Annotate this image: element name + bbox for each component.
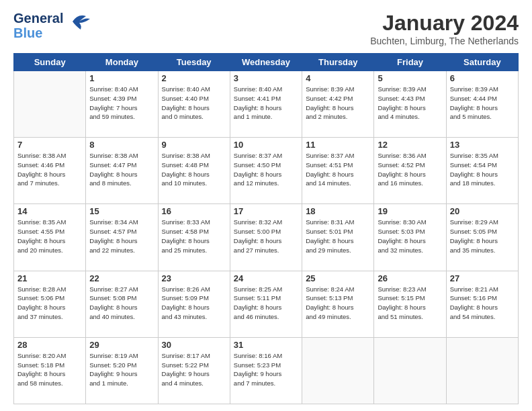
day-number: 1 <box>89 73 154 83</box>
calendar-cell: 19Sunrise: 8:30 AMSunset: 5:03 PMDayligh… <box>374 204 446 271</box>
day-info: Sunrise: 8:36 AMSunset: 4:52 PMDaylight:… <box>378 151 442 188</box>
day-number: 10 <box>234 140 298 150</box>
day-info: Sunrise: 8:35 AMSunset: 4:54 PMDaylight:… <box>450 151 515 188</box>
calendar-cell: 14Sunrise: 8:35 AMSunset: 4:55 PMDayligh… <box>14 204 86 271</box>
calendar-cell <box>302 337 374 404</box>
day-info: Sunrise: 8:35 AMSunset: 4:55 PMDaylight:… <box>17 218 82 255</box>
day-number: 21 <box>17 273 82 283</box>
day-info: Sunrise: 8:30 AMSunset: 5:03 PMDaylight:… <box>378 218 442 255</box>
day-info: Sunrise: 8:27 AMSunset: 5:08 PMDaylight:… <box>89 285 154 322</box>
calendar-cell: 3Sunrise: 8:40 AMSunset: 4:41 PMDaylight… <box>230 71 302 138</box>
calendar-cell: 2Sunrise: 8:40 AMSunset: 4:40 PMDaylight… <box>158 71 230 138</box>
week-row-3: 14Sunrise: 8:35 AMSunset: 4:55 PMDayligh… <box>14 204 519 271</box>
day-info: Sunrise: 8:31 AMSunset: 5:01 PMDaylight:… <box>306 218 370 255</box>
day-info: Sunrise: 8:16 AMSunset: 5:23 PMDaylight:… <box>234 351 298 388</box>
day-info: Sunrise: 8:40 AMSunset: 4:40 PMDaylight:… <box>162 85 226 122</box>
day-info: Sunrise: 8:38 AMSunset: 4:47 PMDaylight:… <box>89 151 154 188</box>
day-number: 23 <box>162 273 226 283</box>
header: General Blue January 2024 Buchten, Limbu… <box>13 11 519 46</box>
day-info: Sunrise: 8:26 AMSunset: 5:09 PMDaylight:… <box>162 285 226 322</box>
day-number: 2 <box>162 73 226 83</box>
calendar-cell: 17Sunrise: 8:32 AMSunset: 5:00 PMDayligh… <box>230 204 302 271</box>
day-info: Sunrise: 8:20 AMSunset: 5:18 PMDaylight:… <box>17 351 82 388</box>
weekday-header-wednesday: Wednesday <box>230 54 302 71</box>
day-number: 28 <box>17 340 82 350</box>
day-info: Sunrise: 8:29 AMSunset: 5:05 PMDaylight:… <box>450 218 515 255</box>
day-number: 15 <box>89 206 154 216</box>
calendar-cell: 25Sunrise: 8:24 AMSunset: 5:13 PMDayligh… <box>302 271 374 337</box>
calendar-cell <box>374 337 446 404</box>
calendar-cell: 18Sunrise: 8:31 AMSunset: 5:01 PMDayligh… <box>302 204 374 271</box>
day-number: 9 <box>162 140 226 150</box>
calendar-cell: 24Sunrise: 8:25 AMSunset: 5:11 PMDayligh… <box>230 271 302 337</box>
calendar-cell: 26Sunrise: 8:23 AMSunset: 5:15 PMDayligh… <box>374 271 446 337</box>
title-area: January 2024 Buchten, Limburg, The Nethe… <box>370 11 519 46</box>
day-number: 4 <box>306 73 370 83</box>
calendar-cell: 23Sunrise: 8:26 AMSunset: 5:09 PMDayligh… <box>158 271 230 337</box>
calendar-table: SundayMondayTuesdayWednesdayThursdayFrid… <box>13 53 519 404</box>
day-number: 6 <box>450 73 515 83</box>
day-number: 22 <box>89 273 154 283</box>
calendar-cell: 11Sunrise: 8:37 AMSunset: 4:51 PMDayligh… <box>302 138 374 204</box>
day-number: 16 <box>162 206 226 216</box>
calendar-cell: 7Sunrise: 8:38 AMSunset: 4:46 PMDaylight… <box>14 138 86 204</box>
day-info: Sunrise: 8:39 AMSunset: 4:44 PMDaylight:… <box>450 85 515 122</box>
calendar-cell: 29Sunrise: 8:19 AMSunset: 5:20 PMDayligh… <box>86 337 158 404</box>
logo: General Blue <box>13 11 91 40</box>
day-info: Sunrise: 8:38 AMSunset: 4:46 PMDaylight:… <box>17 151 82 188</box>
calendar-cell <box>14 71 86 138</box>
day-info: Sunrise: 8:24 AMSunset: 5:13 PMDaylight:… <box>306 285 370 322</box>
day-info: Sunrise: 8:40 AMSunset: 4:39 PMDaylight:… <box>89 85 154 122</box>
calendar-cell: 8Sunrise: 8:38 AMSunset: 4:47 PMDaylight… <box>86 138 158 204</box>
day-number: 24 <box>234 273 298 283</box>
day-info: Sunrise: 8:38 AMSunset: 4:48 PMDaylight:… <box>162 151 226 188</box>
calendar-cell: 27Sunrise: 8:21 AMSunset: 5:16 PMDayligh… <box>446 271 518 337</box>
calendar-cell: 4Sunrise: 8:39 AMSunset: 4:42 PMDaylight… <box>302 71 374 138</box>
day-number: 7 <box>17 140 82 150</box>
week-row-1: 1Sunrise: 8:40 AMSunset: 4:39 PMDaylight… <box>14 71 519 138</box>
day-number: 13 <box>450 140 515 150</box>
day-number: 20 <box>450 206 515 216</box>
day-info: Sunrise: 8:37 AMSunset: 4:50 PMDaylight:… <box>234 151 298 188</box>
weekday-header-friday: Friday <box>374 54 446 71</box>
calendar-cell: 5Sunrise: 8:39 AMSunset: 4:43 PMDaylight… <box>374 71 446 138</box>
day-number: 14 <box>17 206 82 216</box>
day-number: 30 <box>162 340 226 350</box>
day-number: 31 <box>234 340 298 350</box>
day-number: 19 <box>378 206 442 216</box>
day-number: 11 <box>306 140 370 150</box>
day-info: Sunrise: 8:32 AMSunset: 5:00 PMDaylight:… <box>234 218 298 255</box>
weekday-header-row: SundayMondayTuesdayWednesdayThursdayFrid… <box>14 54 519 71</box>
day-info: Sunrise: 8:17 AMSunset: 5:22 PMDaylight:… <box>162 351 226 388</box>
day-number: 26 <box>378 273 442 283</box>
day-info: Sunrise: 8:39 AMSunset: 4:42 PMDaylight:… <box>306 85 370 122</box>
week-row-5: 28Sunrise: 8:20 AMSunset: 5:18 PMDayligh… <box>14 337 519 404</box>
calendar-cell: 9Sunrise: 8:38 AMSunset: 4:48 PMDaylight… <box>158 138 230 204</box>
day-info: Sunrise: 8:39 AMSunset: 4:43 PMDaylight:… <box>378 85 442 122</box>
calendar-cell: 1Sunrise: 8:40 AMSunset: 4:39 PMDaylight… <box>86 71 158 138</box>
day-number: 29 <box>89 340 154 350</box>
day-number: 8 <box>89 140 154 150</box>
week-row-4: 21Sunrise: 8:28 AMSunset: 5:06 PMDayligh… <box>14 271 519 337</box>
logo-blue: Blue <box>13 26 63 40</box>
day-number: 27 <box>450 273 515 283</box>
calendar-cell: 31Sunrise: 8:16 AMSunset: 5:23 PMDayligh… <box>230 337 302 404</box>
day-info: Sunrise: 8:37 AMSunset: 4:51 PMDaylight:… <box>306 151 370 188</box>
calendar-cell: 20Sunrise: 8:29 AMSunset: 5:05 PMDayligh… <box>446 204 518 271</box>
weekday-header-monday: Monday <box>86 54 158 71</box>
calendar-cell: 28Sunrise: 8:20 AMSunset: 5:18 PMDayligh… <box>14 337 86 404</box>
location: Buchten, Limburg, The Netherlands <box>370 36 519 46</box>
page: General Blue January 2024 Buchten, Limbu… <box>0 0 532 411</box>
calendar-cell: 22Sunrise: 8:27 AMSunset: 5:08 PMDayligh… <box>86 271 158 337</box>
month-title: January 2024 <box>370 11 519 36</box>
day-number: 17 <box>234 206 298 216</box>
calendar-cell: 6Sunrise: 8:39 AMSunset: 4:44 PMDaylight… <box>446 71 518 138</box>
day-info: Sunrise: 8:23 AMSunset: 5:15 PMDaylight:… <box>378 285 442 322</box>
calendar-cell <box>446 337 518 404</box>
logo-general: General <box>13 11 63 26</box>
week-row-2: 7Sunrise: 8:38 AMSunset: 4:46 PMDaylight… <box>14 138 519 204</box>
logo-bird-icon <box>66 12 91 34</box>
day-info: Sunrise: 8:25 AMSunset: 5:11 PMDaylight:… <box>234 285 298 322</box>
day-number: 3 <box>234 73 298 83</box>
calendar-cell: 12Sunrise: 8:36 AMSunset: 4:52 PMDayligh… <box>374 138 446 204</box>
